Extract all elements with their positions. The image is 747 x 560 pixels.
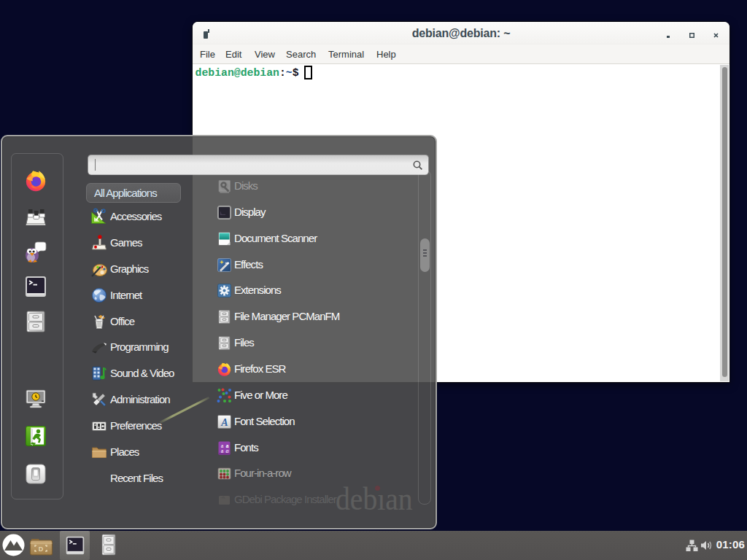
svg-text:D: D — [39, 545, 44, 553]
svg-text:A: A — [220, 417, 228, 428]
